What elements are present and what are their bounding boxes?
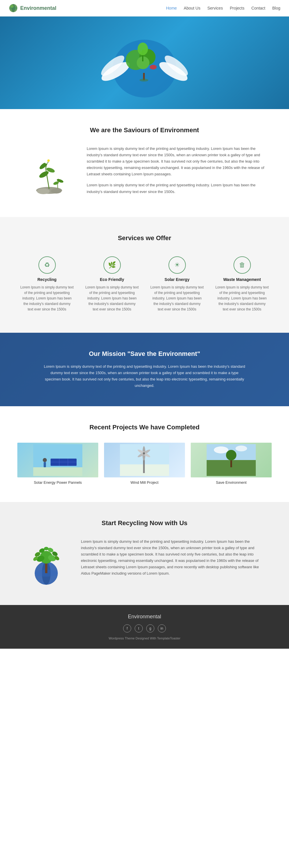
project-label-environment: Save Environment [191, 480, 272, 485]
hero-illustration [98, 22, 191, 103]
svg-point-48 [214, 446, 228, 454]
solar-icon: ☀ [169, 256, 186, 274]
plant-illustration [23, 146, 75, 197]
svg-point-19 [51, 188, 62, 193]
navbar: Environmental Home About Us Services Pro… [0, 0, 289, 17]
svg-point-51 [226, 450, 237, 460]
recycling-text: Lorem Ipsum is simply dummy text of the … [20, 285, 74, 312]
nav-item-projects[interactable]: Projects [230, 5, 245, 11]
svg-point-3 [11, 5, 13, 8]
nav-item-services[interactable]: Services [207, 5, 223, 11]
projects-title: Recent Projects We have Completed [17, 424, 272, 431]
recycling-text: Lorem Ipsum is simply dummy text of the … [81, 538, 266, 577]
about-image [23, 146, 75, 199]
logo-area: Environmental [9, 3, 166, 13]
recycling-paragraph: Lorem Ipsum is simply dummy text of the … [81, 538, 266, 577]
solar-title: Solar Energy [150, 277, 204, 282]
solar-text: Lorem Ipsum is simply dummy text of the … [150, 285, 204, 312]
project-card-solar: Solar Energy Power Pannels [17, 443, 98, 485]
eco-text: Lorem Ipsum is simply dummy text of the … [85, 285, 139, 312]
about-title: We are the Saviours of Environment [23, 126, 266, 134]
recycling-title: Recycling [20, 277, 74, 282]
service-card-eco: 🌿 Eco Friendly Lorem Ipsum is simply dum… [82, 253, 142, 315]
footer: Environmental f t g in Wordpress Theme D… [0, 605, 289, 649]
service-card-solar: ☀ Solar Energy Lorem Ipsum is simply dum… [147, 253, 207, 315]
logo-text: Environmental [20, 5, 57, 11]
nav-item-about[interactable]: About Us [184, 5, 201, 11]
svg-rect-32 [33, 467, 82, 476]
service-card-waste: 🗑 Waste Management Lorem Ipsum is simply… [212, 253, 272, 315]
waste-title: Waste Management [215, 277, 269, 282]
twitter-icon[interactable]: t [135, 624, 143, 632]
facebook-icon[interactable]: f [123, 624, 131, 632]
svg-point-16 [140, 79, 148, 82]
svg-rect-34 [44, 462, 46, 467]
recycling-content: Lorem Ipsum is simply dummy text of the … [23, 538, 266, 588]
hero-section [0, 17, 289, 109]
services-title: Services we Offer [17, 235, 272, 242]
project-label-solar: Solar Energy Power Pannels [17, 480, 98, 485]
recycling-section: Start Recycling Now with Us [0, 502, 289, 605]
nav-item-contact[interactable]: Contact [251, 5, 265, 11]
svg-point-33 [43, 458, 47, 462]
mission-title: Our Mission "Save the Environment" [89, 350, 200, 358]
about-paragraph-2: Lorem Ipsum is simply dummy text of the … [87, 182, 266, 195]
recycling-globe-image [23, 538, 69, 588]
footer-title: Environmental [6, 614, 283, 620]
about-content: Lorem Ipsum is simply dummy text of the … [23, 146, 266, 199]
footer-credit-text: Wordpress Theme Designed With TemplateTo… [109, 637, 180, 640]
recycling-icon: ♻ [38, 256, 56, 274]
linkedin-icon[interactable]: in [158, 624, 166, 632]
about-paragraph-1: Lorem Ipsum is simply dummy text of the … [87, 146, 266, 177]
project-image-environment [191, 443, 272, 477]
svg-point-65 [44, 547, 48, 550]
projects-section: Recent Projects We have Completed Solar … [0, 406, 289, 502]
nav-item-home[interactable]: Home [166, 5, 177, 11]
svg-point-49 [236, 445, 247, 452]
waste-icon: 🗑 [233, 256, 251, 274]
recycling-title: Start Recycling Now with Us [23, 519, 266, 527]
eco-title: Eco Friendly [85, 277, 139, 282]
svg-point-20 [38, 170, 49, 179]
svg-point-45 [143, 452, 145, 455]
mission-section: Our Mission "Save the Environment" Lorem… [0, 333, 289, 406]
about-text: Lorem Ipsum is simply dummy text of the … [87, 146, 266, 199]
mission-text: Lorem Ipsum is simply dummy text of the … [43, 363, 246, 389]
service-card-recycling: ♻ Recycling Lorem Ipsum is simply dummy … [17, 253, 77, 315]
svg-point-14 [150, 65, 157, 69]
footer-credit: Wordpress Theme Designed With TemplateTo… [6, 637, 283, 640]
google-icon[interactable]: g [146, 624, 154, 632]
svg-point-13 [138, 42, 148, 55]
waste-text: Lorem Ipsum is simply dummy text of the … [215, 285, 269, 312]
project-image-solar [17, 443, 98, 477]
project-card-environment: Save Environment [191, 443, 272, 485]
services-grid: ♻ Recycling Lorem Ipsum is simply dummy … [17, 253, 272, 315]
nav-item-blog[interactable]: Blog [272, 5, 280, 11]
about-section: We are the Saviours of Environment [0, 109, 289, 217]
project-label-windmill: Wind Mill Project [104, 480, 185, 485]
svg-point-18 [37, 188, 50, 194]
services-section: Services we Offer ♻ Recycling Lorem Ipsu… [0, 217, 289, 333]
nav-links: Home About Us Services Projects Contact … [166, 5, 281, 11]
project-card-windmill: Wind Mill Project [104, 443, 185, 485]
projects-grid: Solar Energy Power Pannels Wind Mill Pro… [17, 443, 272, 485]
logo-icon [9, 3, 18, 13]
svg-point-28 [47, 159, 50, 162]
eco-icon: 🌿 [104, 256, 121, 274]
footer-social-icons: f t g in [6, 624, 283, 632]
project-image-windmill [104, 443, 185, 477]
